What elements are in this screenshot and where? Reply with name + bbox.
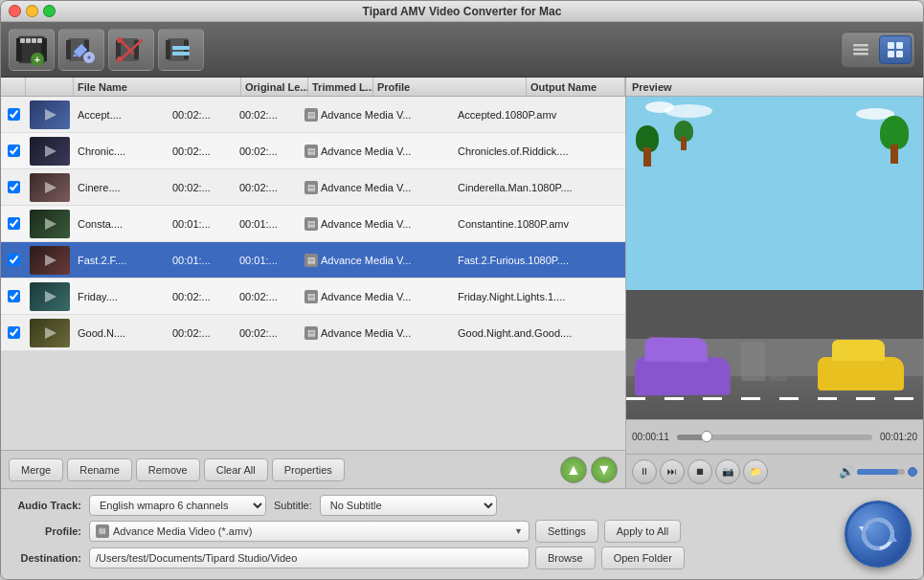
row-checkbox[interactable] bbox=[8, 290, 20, 302]
progress-thumb bbox=[701, 431, 712, 442]
title-bar: Tipard AMV Video Converter for Mac bbox=[1, 1, 923, 22]
volume-knob[interactable] bbox=[908, 467, 917, 477]
svg-marker-36 bbox=[45, 327, 56, 339]
row-checkbox-cell[interactable] bbox=[1, 97, 26, 132]
properties-button[interactable]: Properties bbox=[272, 458, 345, 481]
row-original-length: 00:02:... bbox=[169, 315, 236, 350]
volume-slider[interactable] bbox=[857, 469, 905, 475]
apply-to-all-button[interactable]: Apply to All bbox=[604, 520, 681, 543]
svg-marker-33 bbox=[45, 218, 56, 230]
thumb-icon bbox=[35, 287, 64, 306]
row-original-length: 00:02:... bbox=[169, 133, 236, 168]
row-trimmed-length: 00:02:... bbox=[236, 169, 301, 205]
table-row[interactable]: Cinere.... 00:02:... 00:02:... ▤ Advance… bbox=[1, 169, 625, 206]
table-row[interactable]: Fast.2.F.... 00:01:... 00:01:... ▤ Advan… bbox=[1, 242, 625, 279]
row-checkbox[interactable] bbox=[8, 181, 20, 193]
row-checkbox[interactable] bbox=[8, 217, 20, 230]
preview-video bbox=[626, 97, 923, 419]
remove-button[interactable]: Remove bbox=[136, 458, 200, 481]
thumbnail-img bbox=[30, 137, 70, 166]
table-header: File Name Original Le... Trimmed L... Pr… bbox=[1, 78, 625, 97]
row-checkbox-cell[interactable] bbox=[1, 315, 26, 350]
svg-marker-31 bbox=[45, 145, 56, 157]
profile-icon: ▤ bbox=[304, 108, 318, 122]
row-checkbox-cell[interactable] bbox=[1, 242, 26, 278]
row-thumbnail bbox=[26, 133, 74, 168]
thumbnail-img bbox=[30, 246, 70, 275]
rename-button[interactable]: Rename bbox=[67, 458, 132, 481]
table-row[interactable]: Accept.... 00:02:... 00:02:... ▤ Advance… bbox=[1, 97, 625, 133]
profile-value: Advance Media Video (*.amv) bbox=[113, 525, 510, 537]
pause-button[interactable]: ⏸ bbox=[632, 459, 657, 484]
screenshot-button[interactable]: 📷 bbox=[715, 459, 740, 484]
view-toggle bbox=[841, 32, 915, 68]
row-output-name: Good.Night.and.Good.... bbox=[454, 315, 625, 350]
merge-button[interactable] bbox=[158, 29, 204, 71]
svg-rect-5 bbox=[32, 38, 36, 43]
table-row[interactable]: Good.N.... 00:02:... 00:02:... ▤ Advance… bbox=[1, 315, 625, 351]
profile-icon: ▤ bbox=[304, 181, 318, 194]
profile-icon: ▤ bbox=[304, 145, 318, 158]
window-title: Tipard AMV Video Converter for Mac bbox=[363, 5, 562, 18]
row-trimmed-length: 00:02:... bbox=[236, 97, 301, 132]
row-trimmed-length: 00:02:... bbox=[236, 279, 301, 314]
table-row[interactable]: Consta.... 00:01:... 00:01:... ▤ Advance… bbox=[1, 206, 625, 242]
open-folder-button[interactable]: 📁 bbox=[743, 459, 768, 484]
stop-button[interactable]: ⏹ bbox=[687, 459, 712, 484]
browse-button[interactable]: Browse bbox=[535, 547, 596, 569]
profile-select[interactable]: ▤ Advance Media Video (*.amv) ▼ bbox=[89, 521, 530, 542]
grid-view-button[interactable] bbox=[879, 35, 912, 64]
svg-point-17 bbox=[117, 37, 123, 43]
svg-marker-30 bbox=[45, 109, 56, 121]
table-row[interactable]: Friday.... 00:02:... 00:02:... ▤ Advance… bbox=[1, 279, 625, 315]
svg-marker-35 bbox=[45, 291, 56, 302]
row-thumbnail bbox=[26, 169, 74, 205]
edit-button[interactable] bbox=[58, 29, 104, 71]
move-down-button[interactable]: ▼ bbox=[591, 457, 618, 483]
minimize-button[interactable] bbox=[26, 5, 38, 17]
car-yellow bbox=[818, 357, 904, 390]
maximize-button[interactable] bbox=[43, 5, 56, 17]
open-folder-btn[interactable]: Open Folder bbox=[601, 547, 685, 569]
list-view-button[interactable] bbox=[845, 35, 877, 64]
row-checkbox-cell[interactable] bbox=[1, 206, 26, 241]
row-filename: Chronic.... bbox=[74, 133, 169, 168]
clear-all-button[interactable]: Clear All bbox=[204, 458, 268, 481]
row-thumbnail bbox=[26, 242, 74, 278]
profile-dropdown-arrow: ▼ bbox=[514, 526, 523, 536]
convert-button[interactable] bbox=[845, 501, 912, 568]
row-profile: ▤ Advance Media V... bbox=[301, 206, 454, 241]
move-up-button[interactable]: ▲ bbox=[560, 457, 587, 483]
main-area: File Name Original Le... Trimmed L... Pr… bbox=[1, 78, 923, 488]
add-media-button[interactable]: + bbox=[9, 29, 55, 71]
svg-marker-38 bbox=[888, 534, 897, 542]
svg-rect-27 bbox=[896, 42, 903, 49]
progress-bar[interactable] bbox=[677, 435, 872, 440]
row-checkbox-cell[interactable] bbox=[1, 279, 26, 314]
row-checkbox-cell[interactable] bbox=[1, 169, 26, 205]
close-button[interactable] bbox=[9, 5, 21, 17]
svg-marker-34 bbox=[45, 255, 56, 266]
row-checkbox[interactable] bbox=[8, 254, 20, 266]
svg-rect-25 bbox=[853, 53, 868, 56]
subtitle-select[interactable]: No Subtitle bbox=[320, 495, 497, 516]
forward-button[interactable]: ⏭ bbox=[660, 459, 685, 484]
thumb-icon bbox=[35, 105, 64, 124]
row-original-length: 00:01:... bbox=[169, 206, 236, 241]
road-line bbox=[626, 397, 923, 400]
settings-button[interactable]: Settings bbox=[535, 520, 598, 543]
row-checkbox[interactable] bbox=[8, 108, 20, 121]
file-area: File Name Original Le... Trimmed L... Pr… bbox=[1, 78, 626, 488]
row-output-name: Cinderella.Man.1080P.... bbox=[454, 169, 625, 205]
row-checkbox[interactable] bbox=[8, 326, 20, 339]
row-checkbox-cell[interactable] bbox=[1, 133, 26, 168]
table-row[interactable]: Chronic.... 00:02:... 00:02:... ▤ Advanc… bbox=[1, 133, 625, 169]
merge-button[interactable]: Merge bbox=[9, 458, 63, 481]
row-checkbox[interactable] bbox=[8, 145, 20, 157]
svg-rect-3 bbox=[20, 38, 25, 43]
row-thumbnail bbox=[26, 206, 74, 241]
cut-button[interactable] bbox=[108, 29, 154, 71]
audio-track-select[interactable]: English wmapro 6 channels bbox=[89, 495, 266, 516]
thumbnail-img bbox=[30, 210, 70, 238]
row-profile: ▤ Advance Media V... bbox=[301, 315, 454, 350]
